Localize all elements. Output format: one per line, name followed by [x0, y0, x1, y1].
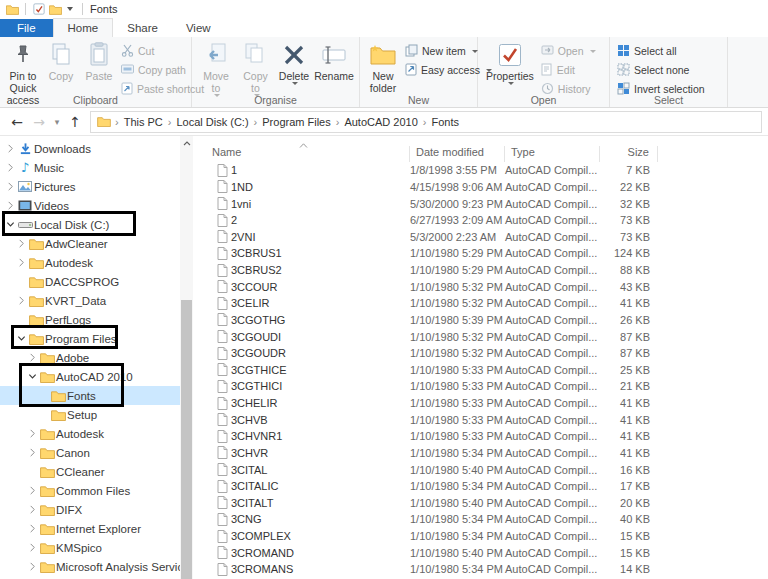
chevron-right-icon[interactable] — [4, 201, 16, 210]
tree-item-setup[interactable]: Setup — [0, 405, 180, 424]
breadcrumb-segment[interactable]: AutoCAD 2010 — [341, 116, 420, 128]
column-header-size[interactable]: Size — [600, 146, 658, 162]
tree-item-autodesk[interactable]: Autodesk — [0, 253, 180, 272]
breadcrumb-segment[interactable]: This PC — [121, 116, 166, 128]
breadcrumb-segment[interactable]: Fonts — [428, 116, 462, 128]
column-header-date-modified[interactable]: Date modified — [410, 146, 505, 162]
file-row[interactable]: 3CITALT1/10/1980 5:40 PMAutoCAD Compil..… — [193, 495, 768, 512]
file-row[interactable]: 3CGTHICE1/10/1980 5:33 PMAutoCAD Compil.… — [193, 362, 768, 379]
file-row[interactable]: 1vni5/30/2000 9:23 PMAutoCAD Compil...32… — [193, 195, 768, 212]
chevron-right-icon[interactable] — [26, 486, 38, 495]
forward-button[interactable]: → — [28, 114, 50, 130]
move-to-button[interactable]: Move to — [196, 39, 236, 99]
tree-item-autocad-2010[interactable]: AutoCAD 2010 — [0, 367, 180, 386]
tree-item-difx[interactable]: DIFX — [0, 500, 180, 519]
rename-button[interactable]: Rename — [313, 39, 355, 84]
tree-item-downloads[interactable]: Downloads — [0, 139, 180, 158]
chevron-right-icon[interactable] — [26, 524, 38, 533]
tree-item-kmspico[interactable]: KMSpico — [0, 538, 180, 557]
tree-item-program-files[interactable]: Program Files — [0, 329, 180, 348]
file-row[interactable]: 26/27/1993 2:09 AMAutoCAD Compil...73 KB — [193, 212, 768, 229]
select-none-button[interactable]: Select none — [614, 62, 708, 78]
tree-item-local-disk-c-[interactable]: Local Disk (C:) — [0, 215, 180, 234]
tree-item-ccleaner[interactable]: CCleaner — [0, 462, 180, 481]
copy-button[interactable]: Copy — [42, 39, 80, 84]
tree-item-kvrt-data[interactable]: KVRT_Data — [0, 291, 180, 310]
chevron-right-icon[interactable] — [4, 144, 16, 153]
tab-view[interactable]: View — [172, 19, 225, 37]
file-row[interactable]: 3CGTHICI1/10/1980 5:33 PMAutoCAD Compil.… — [193, 378, 768, 395]
qat-new-folder-button[interactable] — [47, 2, 63, 16]
file-row[interactable]: 3CITAL1/10/1980 5:40 PMAutoCAD Compil...… — [193, 461, 768, 478]
scrollbar-up-icon[interactable] — [180, 136, 193, 150]
file-row[interactable]: 3CROMAND1/10/1980 5:40 PMAutoCAD Compil.… — [193, 544, 768, 561]
chevron-down-icon[interactable] — [15, 334, 27, 343]
file-row[interactable]: 3CROMANS1/10/1980 5:34 PMAutoCAD Compil.… — [193, 561, 768, 578]
chevron-right-icon[interactable] — [26, 429, 38, 438]
tree-item-adobe[interactable]: Adobe — [0, 348, 180, 367]
chevron-right-icon[interactable] — [26, 353, 38, 362]
file-row[interactable]: 11/8/1998 3:55 PMAutoCAD Compil...7 KB — [193, 162, 768, 179]
qat-customize-caret[interactable] — [67, 7, 73, 11]
sidebar-scrollbar[interactable] — [180, 136, 193, 579]
tab-share[interactable]: Share — [113, 19, 172, 37]
file-row[interactable]: 1ND4/15/1998 9:06 AMAutoCAD Compil...22 … — [193, 179, 768, 196]
column-header-type[interactable]: Type — [505, 146, 600, 162]
copy-to-button[interactable]: Copy to — [236, 39, 275, 99]
tree-item-videos[interactable]: Videos — [0, 196, 180, 215]
file-row[interactable]: 3CNG1/10/1980 5:34 PMAutoCAD Compil...40… — [193, 511, 768, 528]
tree-item-adwcleaner[interactable]: AdwCleaner — [0, 234, 180, 253]
tab-home[interactable]: Home — [53, 18, 114, 37]
chevron-right-icon[interactable] — [26, 543, 38, 552]
chevron-right-icon[interactable] — [26, 505, 38, 514]
edit-button[interactable]: Edit — [538, 62, 599, 78]
tree-item-autodesk[interactable]: Autodesk — [0, 424, 180, 443]
tab-file[interactable]: File — [0, 19, 53, 37]
file-row[interactable]: 3CHVB1/10/1980 5:33 PMAutoCAD Compil...4… — [193, 411, 768, 428]
chevron-right-icon[interactable] — [4, 182, 16, 191]
file-row[interactable]: 3CBRUS11/10/1980 5:29 PMAutoCAD Compil..… — [193, 245, 768, 262]
tree-item-canon[interactable]: Canon — [0, 443, 180, 462]
up-button[interactable]: ↑ — [64, 114, 86, 130]
file-row[interactable]: 2VNI5/3/2000 2:23 AMAutoCAD Compil...73 … — [193, 229, 768, 246]
scrollbar-thumb[interactable] — [181, 300, 192, 579]
file-row[interactable]: 3CBRUS21/10/1980 5:29 PMAutoCAD Compil..… — [193, 262, 768, 279]
file-row[interactable]: 3CELIR1/10/1980 5:32 PMAutoCAD Compil...… — [193, 295, 768, 312]
select-all-button[interactable]: Select all — [614, 43, 708, 59]
recent-locations-caret[interactable]: ▾ — [50, 117, 64, 127]
open-button[interactable]: Open — [538, 43, 599, 59]
tree-item-daccsprog[interactable]: DACCSPROG — [0, 272, 180, 291]
address-input[interactable]: ›This PC›Local Disk (C:)›Program Files›A… — [90, 111, 762, 133]
chevron-right-icon[interactable] — [26, 562, 38, 571]
tree-item-fonts[interactable]: Fonts — [0, 386, 180, 405]
file-row[interactable]: 3COMPLEX1/10/1980 5:34 PMAutoCAD Compil.… — [193, 528, 768, 545]
breadcrumb-segment[interactable]: Program Files — [259, 116, 333, 128]
chevron-right-icon[interactable] — [15, 296, 27, 305]
file-row[interactable]: 3CGOUDI1/10/1980 5:32 PMAutoCAD Compil..… — [193, 328, 768, 345]
tree-item-pictures[interactable]: Pictures — [0, 177, 180, 196]
tree-item-music[interactable]: ♪Music — [0, 158, 180, 177]
file-row[interactable]: 3CHVNR11/10/1980 5:33 PMAutoCAD Compil..… — [193, 428, 768, 445]
file-row[interactable]: 3CHVR1/10/1980 5:34 PMAutoCAD Compil...4… — [193, 445, 768, 462]
file-row[interactable]: 3CGOUDR1/10/1980 5:32 PMAutoCAD Compil..… — [193, 345, 768, 362]
new-folder-button[interactable]: New folder — [364, 39, 402, 96]
file-row[interactable]: 3CCOUR1/10/1980 5:32 PMAutoCAD Compil...… — [193, 278, 768, 295]
chevron-right-icon[interactable] — [15, 239, 27, 248]
paste-button[interactable]: Paste — [80, 39, 118, 84]
tree-item-perflogs[interactable]: PerfLogs — [0, 310, 180, 329]
breadcrumb-segment[interactable]: Local Disk (C:) — [173, 116, 251, 128]
delete-button[interactable]: Delete — [275, 39, 313, 87]
file-row[interactable]: 3CHELIR1/10/1980 5:33 PMAutoCAD Compil..… — [193, 395, 768, 412]
properties-button[interactable]: Properties — [482, 39, 538, 87]
chevron-right-icon[interactable] — [4, 163, 16, 172]
tree-item-internet-explorer[interactable]: Internet Explorer — [0, 519, 180, 538]
tree-item-microsoft-analysis-services[interactable]: Microsoft Analysis Services — [0, 557, 180, 576]
tree-item-common-files[interactable]: Common Files — [0, 481, 180, 500]
chevron-right-icon[interactable] — [26, 448, 38, 457]
file-row[interactable]: 3CITALIC1/10/1980 5:34 PMAutoCAD Compil.… — [193, 478, 768, 495]
qat-properties-button[interactable] — [31, 2, 47, 16]
chevron-down-icon[interactable] — [26, 372, 38, 381]
chevron-down-icon[interactable] — [4, 220, 16, 229]
chevron-right-icon[interactable] — [15, 258, 27, 267]
file-row[interactable]: 3CGOTHG1/10/1980 5:39 PMAutoCAD Compil..… — [193, 312, 768, 329]
